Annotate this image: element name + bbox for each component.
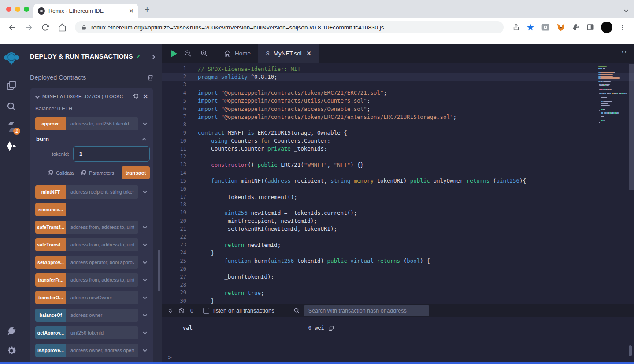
metamask-extension-icon[interactable] (556, 23, 565, 32)
profile-avatar[interactable] (601, 22, 612, 33)
collapse-terminal-icon[interactable] (167, 308, 173, 313)
copy-value-icon[interactable] (328, 325, 334, 331)
function-params-input[interactable] (66, 291, 138, 304)
function-params-input[interactable] (66, 344, 138, 357)
expand-function-chevron-icon[interactable] (138, 314, 150, 317)
settings-gear-icon[interactable] (0, 342, 23, 360)
code-line[interactable]: 9contract MSNFT is ERC721URIStorage, Own… (162, 129, 634, 137)
panel-scrollbar-thumb[interactable] (158, 250, 160, 291)
function-button[interactable]: transferO... (35, 291, 66, 304)
function-params-input[interactable] (66, 238, 138, 251)
code-line[interactable]: 17 _tokenIds.increment(); (162, 193, 634, 201)
editor-scrollbar-thumb[interactable] (629, 64, 634, 190)
function-params-input[interactable] (66, 185, 138, 199)
forward-icon[interactable] (21, 20, 36, 35)
function-params-input[interactable] (66, 117, 138, 130)
function-params-input[interactable] (66, 326, 138, 339)
code-line[interactable]: 15 function mintNFT(address recipient, s… (162, 177, 634, 185)
copy-parameters-button[interactable]: Parameters (81, 170, 114, 176)
tab-overflow-chevron-icon[interactable] (624, 6, 627, 14)
function-params-input[interactable] (66, 221, 138, 234)
code-line[interactable]: 28 (162, 281, 634, 289)
function-button[interactable]: safeTransf... (35, 221, 66, 234)
function-button[interactable]: getApprov... (35, 326, 66, 339)
code-line[interactable]: 25 function burn(uint256 tokenId) public… (162, 257, 634, 265)
expand-function-chevron-icon[interactable] (138, 122, 150, 125)
burn-header[interactable]: burn (35, 135, 150, 142)
code-line[interactable]: 20 _mint(recipient, newItemId); (162, 217, 634, 225)
code-line[interactable]: 27 _burn(tokenId); (162, 273, 634, 281)
clear-console-ban-icon[interactable] (178, 308, 185, 314)
code-line[interactable]: 24 } (162, 249, 634, 257)
side-panel-icon[interactable] (586, 23, 594, 31)
code-line[interactable]: 21 _setTokenURI(newItemId, tokenURI); (162, 225, 634, 233)
zoom-out-icon[interactable] (184, 50, 192, 57)
code-line[interactable]: 8 (162, 121, 634, 129)
code-line[interactable]: 14 (162, 169, 634, 176)
burn-tokenid-input[interactable] (73, 146, 150, 162)
function-params-input[interactable] (66, 309, 138, 322)
code-line[interactable]: 16 (162, 185, 634, 193)
deploy-run-icon[interactable] (0, 137, 23, 155)
function-button[interactable]: mintNFT (35, 185, 66, 199)
code-line[interactable]: 7import "@openzeppelin/contracts/token/E… (162, 113, 634, 121)
code-line[interactable]: 6import "@openzeppelin/contracts/access/… (162, 105, 634, 113)
run-script-play-icon[interactable] (171, 50, 177, 58)
code-line[interactable]: 3 (162, 81, 634, 88)
window-controls[interactable] (6, 7, 29, 12)
url-bar[interactable]: remix.ethereum.org/#optimize=false&runs=… (75, 21, 504, 33)
function-params-input[interactable] (66, 273, 138, 287)
code-line[interactable]: 10 using Counters for Counters.Counter; (162, 137, 634, 145)
solidity-compiler-icon[interactable]: 1 (0, 118, 23, 136)
browser-menu-kebab-icon[interactable] (619, 24, 626, 31)
function-button[interactable]: balanceOf (35, 309, 66, 322)
minimize-window-button[interactable] (15, 7, 20, 12)
remove-contract-icon[interactable]: ✕ (143, 93, 148, 100)
browser-tab[interactable]: Remix - Ethereum IDE ✕ (33, 4, 138, 18)
code-line[interactable]: 22 (162, 233, 634, 241)
contract-collapse-chevron-icon[interactable] (35, 92, 38, 100)
minimap[interactable] (598, 66, 627, 124)
close-file-tab-icon[interactable]: ✕ (306, 50, 311, 57)
extensions-puzzle-icon[interactable] (572, 23, 580, 31)
bookmark-star-icon[interactable] (526, 23, 534, 31)
function-params-input[interactable] (66, 256, 138, 269)
transact-button[interactable]: transact (122, 166, 150, 179)
code-line[interactable]: 2pragma solidity ^0.8.10; (162, 73, 634, 81)
back-icon[interactable] (4, 20, 19, 35)
plugin-manager-icon[interactable] (0, 322, 23, 340)
expand-function-chevron-icon[interactable] (138, 261, 150, 264)
search-icon[interactable] (0, 98, 23, 115)
code-line[interactable]: 23 return newItemId; (162, 241, 634, 249)
function-button[interactable]: approve (35, 117, 66, 130)
code-line[interactable]: 29 return true; (162, 289, 634, 297)
function-button[interactable]: renounce... (35, 203, 66, 216)
expand-horizontal-icon[interactable]: ↔ (620, 44, 634, 63)
tab-mynft-sol[interactable]: S MyNFT.sol ✕ (258, 44, 319, 63)
expand-function-chevron-icon[interactable] (138, 226, 150, 229)
close-window-button[interactable] (6, 7, 11, 12)
terminal-body[interactable]: val 0 wei > (162, 317, 634, 364)
zoom-in-icon[interactable] (200, 50, 208, 57)
reload-icon[interactable] (38, 20, 53, 35)
code-line[interactable]: 11 Counters.Counter private _tokenIds; (162, 145, 634, 153)
terminal-search-input[interactable] (304, 305, 429, 316)
terminal-prompt[interactable]: > (168, 354, 172, 360)
panel-expand-chevron-icon[interactable] (152, 52, 155, 60)
tab-home[interactable]: Home (217, 44, 258, 63)
new-tab-button[interactable]: + (145, 5, 150, 15)
expand-function-chevron-icon[interactable] (138, 349, 150, 352)
code-line[interactable]: 5import "@openzeppelin/contracts/utils/C… (162, 97, 634, 105)
expand-function-chevron-icon[interactable] (138, 331, 150, 335)
screenshot-extension-icon[interactable] (541, 23, 550, 32)
function-button[interactable]: safeTransf... (35, 238, 66, 251)
function-button[interactable]: isApprove... (35, 344, 66, 357)
zoom-window-button[interactable] (24, 7, 29, 12)
trash-icon[interactable] (147, 74, 154, 81)
share-icon[interactable] (512, 24, 520, 31)
collapse-burn-chevron-icon[interactable] (143, 136, 146, 142)
code-line[interactable]: 1// SPDX-License-Identifier: MIT (162, 65, 634, 73)
code-line[interactable]: 4import "@openzeppelin/contracts/token/E… (162, 89, 634, 97)
function-button[interactable]: transferFr... (35, 273, 66, 287)
code-line[interactable]: 26 (162, 265, 634, 273)
